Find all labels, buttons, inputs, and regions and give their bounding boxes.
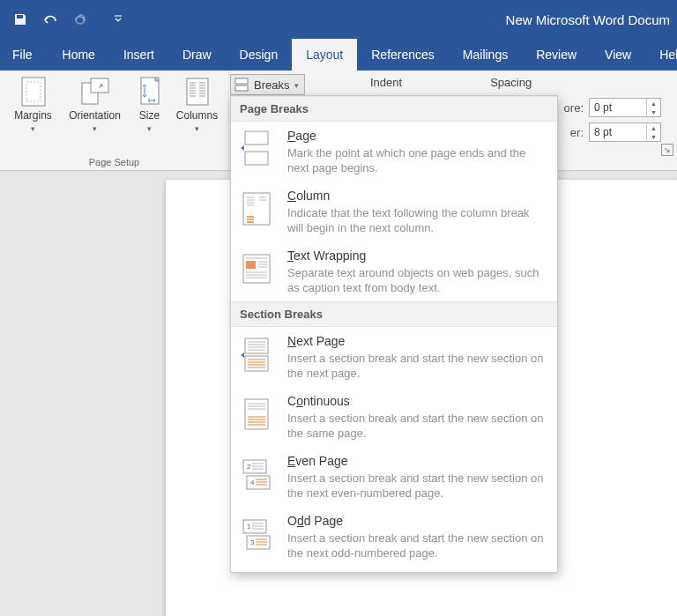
svg-text:3: 3 [250, 538, 255, 546]
save-button[interactable] [7, 6, 33, 33]
size-icon [138, 76, 162, 108]
spinner-down-icon[interactable]: ▼ [647, 132, 660, 141]
breaks-icon [234, 78, 249, 92]
menu-item-title: Even Page [287, 453, 548, 469]
indent-header: Indent [370, 76, 402, 89]
spacing-before-input[interactable]: 0 pt ▲▼ [589, 98, 661, 117]
orientation-label: Orientation [69, 109, 121, 122]
spinner-up-icon[interactable]: ▲ [647, 99, 660, 108]
qat-customize-button[interactable] [105, 6, 131, 33]
menu-item-desc: Separate text around objects on web page… [287, 265, 548, 295]
columns-button[interactable]: Columns▾ [174, 74, 221, 135]
menu-item-desc: Indicate that the text following the col… [287, 205, 548, 235]
menu-item-column[interactable]: Column Indicate that the text following … [231, 182, 557, 241]
menu-item-title: Column [287, 188, 548, 204]
svg-rect-20 [235, 85, 248, 91]
margins-label: Margins [14, 109, 52, 122]
spacing-after-value: 8 pt [590, 126, 646, 138]
document-title: New Microsoft Word Docum [506, 0, 670, 39]
group-name-page-setup: Page Setup [89, 155, 140, 168]
tab-view[interactable]: View [591, 39, 645, 71]
chevron-down-icon: ▾ [93, 122, 97, 135]
spacing-after-input[interactable]: 8 pt ▲▼ [589, 122, 661, 142]
next-page-icon [238, 336, 275, 373]
orientation-icon [79, 76, 111, 108]
text-wrapping-icon [238, 250, 275, 287]
tab-mailings[interactable]: Mailings [449, 39, 522, 71]
tab-insert[interactable]: Insert [109, 39, 168, 71]
column-break-icon [238, 190, 275, 227]
breaks-button[interactable]: Breaks ▾ [230, 74, 305, 95]
svg-rect-21 [245, 131, 268, 145]
breaks-menu: Page Breaks Page Mark the point at which… [230, 95, 558, 573]
tab-draw[interactable]: Draw [168, 39, 226, 71]
size-label: Size [139, 109, 160, 122]
svg-rect-42 [245, 338, 268, 353]
spinner-down-icon[interactable]: ▼ [647, 108, 660, 116]
columns-label: Columns [176, 109, 218, 122]
save-icon [13, 12, 27, 26]
svg-rect-47 [245, 356, 268, 371]
menu-section-page-breaks: Page Breaks [231, 96, 557, 122]
undo-button[interactable] [37, 6, 63, 33]
tab-layout[interactable]: Layout [292, 39, 357, 71]
menu-item-title: Next Page [287, 333, 548, 349]
svg-rect-19 [235, 78, 248, 84]
tab-design[interactable]: Design [226, 39, 293, 71]
tab-file[interactable]: File [0, 39, 48, 71]
svg-rect-34 [246, 261, 256, 269]
tab-home[interactable]: Home [48, 39, 109, 71]
spacing-after-label: er: [570, 126, 584, 139]
margins-button[interactable]: Margins▾ [8, 74, 59, 135]
margins-icon [19, 76, 48, 108]
chevron-down-icon [114, 15, 123, 24]
redo-icon [72, 12, 88, 26]
chevron-down-icon: ▾ [31, 122, 35, 135]
menu-item-text-wrapping[interactable]: Text Wrapping Separate text around objec… [231, 241, 557, 301]
columns-icon [184, 76, 211, 108]
continuous-icon [238, 396, 275, 433]
ribbon: Margins▾ Orientation▾ Size▾ Columns▾ Pag… [0, 71, 677, 171]
odd-page-icon: 13 [238, 516, 275, 553]
chevron-down-icon: ▾ [195, 122, 199, 135]
menu-item-next-page[interactable]: Next Page Insert a section break and sta… [231, 327, 557, 387]
svg-text:1: 1 [247, 523, 251, 531]
menu-item-even-page[interactable]: 24 Even Page Insert a section break and … [231, 447, 557, 507]
size-button[interactable]: Size▾ [131, 74, 168, 135]
orientation-button[interactable]: Orientation▾ [64, 74, 126, 135]
menu-item-page[interactable]: Page Mark the point at which one page en… [231, 122, 557, 182]
page-break-icon [238, 130, 275, 166]
menu-item-title: Text Wrapping [287, 248, 548, 263]
menu-item-continuous[interactable]: Continuous Insert a section break and st… [231, 387, 557, 447]
spinner-up-icon[interactable]: ▲ [647, 123, 660, 132]
menu-item-desc: Insert a section break and start the new… [287, 411, 548, 441]
menu-item-title: Page [287, 128, 548, 144]
menu-item-desc: Insert a section break and start the new… [287, 471, 548, 501]
dialog-launcher[interactable]: ↘ [661, 144, 673, 156]
redo-button[interactable] [67, 6, 93, 33]
breaks-label: Breaks [254, 78, 289, 92]
tab-review[interactable]: Review [522, 39, 591, 71]
undo-icon [41, 12, 59, 26]
quick-access-toolbar [7, 6, 131, 33]
svg-text:2: 2 [247, 463, 251, 471]
ribbon-tabs: File Home Insert Draw Design Layout Refe… [0, 39, 677, 71]
chevron-down-icon: ▾ [147, 122, 152, 135]
even-page-icon: 24 [238, 456, 275, 493]
menu-item-desc: Mark the point at which one page ends an… [287, 145, 548, 175]
tab-references[interactable]: References [357, 39, 449, 71]
group-page-setup: Margins▾ Orientation▾ Size▾ Columns▾ Pag… [0, 71, 229, 170]
tab-help[interactable]: Help [645, 39, 677, 71]
menu-item-desc: Insert a section break and start the new… [287, 531, 548, 560]
menu-item-title: Odd Page [287, 513, 548, 529]
svg-text:4: 4 [250, 479, 255, 486]
spacing-before-value: 0 pt [590, 101, 646, 114]
menu-item-odd-page[interactable]: 13 Odd Page Insert a section break and s… [231, 507, 557, 567]
menu-section-section-breaks: Section Breaks [231, 301, 557, 327]
title-bar: New Microsoft Word Docum [0, 0, 677, 39]
svg-rect-4 [91, 78, 108, 93]
menu-item-title: Continuous [287, 393, 548, 409]
chevron-down-icon: ▾ [294, 81, 299, 90]
menu-item-desc: Insert a section break and start the new… [287, 351, 548, 381]
spacing-header: Spacing [490, 76, 532, 89]
